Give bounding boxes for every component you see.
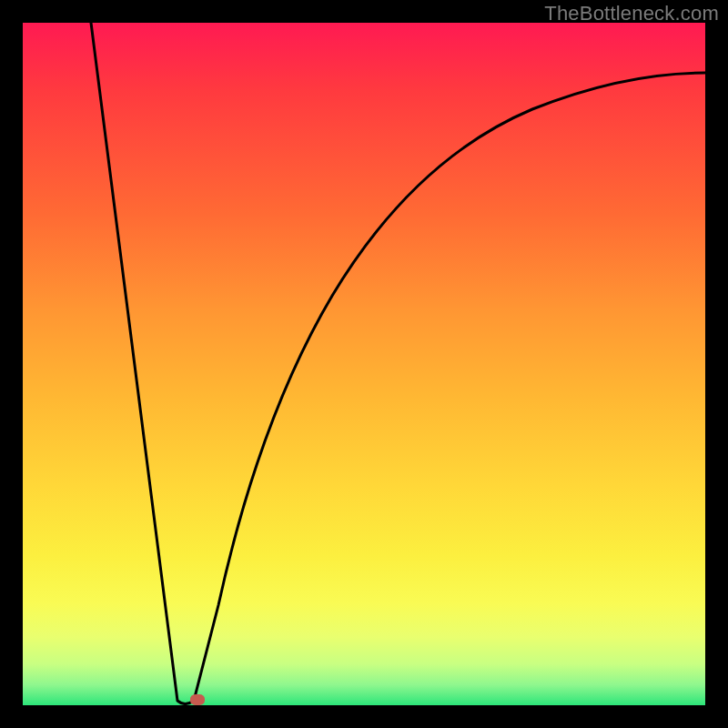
plot-area <box>23 23 705 705</box>
curve-svg <box>23 23 705 705</box>
watermark-text: TheBottleneck.com <box>544 2 719 25</box>
optimal-point-marker <box>190 694 205 705</box>
chart-frame: TheBottleneck.com <box>0 0 728 728</box>
bottleneck-curve <box>91 23 705 704</box>
